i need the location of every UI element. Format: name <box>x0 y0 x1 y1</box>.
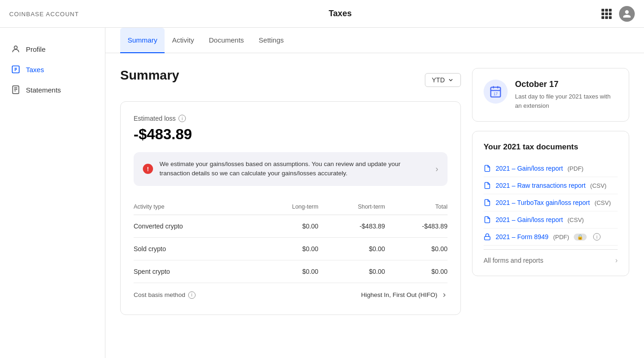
svg-point-0 <box>14 46 18 49</box>
content-area: Summary YTD Estimated loss i -$483.89 ! … <box>105 53 644 330</box>
tab-bar: Summary Activity Documents Settings <box>105 28 644 53</box>
doc-type-form-8949: (PDF) <box>553 234 569 241</box>
sidebar-item-taxes[interactable]: Taxes <box>0 59 105 80</box>
tab-activity[interactable]: Activity <box>165 28 202 53</box>
doc-file-icon <box>484 216 491 223</box>
taxes-icon <box>11 65 20 74</box>
table-cell-longTerm: $0.00 <box>254 237 318 260</box>
all-forms-row[interactable]: All forms and reports › <box>484 249 618 265</box>
calendar-icon: 17 <box>489 85 502 98</box>
alert-warning-icon: ! <box>143 164 153 174</box>
form-8949-badge: 🔒 <box>574 234 587 241</box>
activity-table: Activity type Long-term Short-term Total… <box>134 199 448 283</box>
table-cell-longTerm: $0.00 <box>254 215 318 237</box>
statements-icon <box>11 85 20 94</box>
cost-basis-info-icon[interactable]: i <box>188 291 196 299</box>
table-cell-shortTerm: $0.00 <box>319 237 385 260</box>
alert-text: We estimate your gains/losses based on a… <box>159 160 429 179</box>
table-cell-shortTerm: -$483.89 <box>319 215 385 237</box>
doc-type-gain-loss-csv: (CSV) <box>568 216 584 223</box>
doc-type-turbotax: (CSV) <box>595 199 611 206</box>
sidebar-item-profile[interactable]: Profile <box>0 39 105 59</box>
tab-documents[interactable]: Documents <box>202 28 251 53</box>
lock-icon <box>484 233 491 241</box>
col-header-shortterm: Short-term <box>319 199 385 215</box>
doc-file-icon <box>484 182 491 189</box>
top-nav: coinbase ACCOUNT Taxes <box>0 0 644 28</box>
main-layout: Profile Taxes Statements Summary Activit… <box>0 28 644 358</box>
table-row: Sold crypto$0.00$0.00$0.00 <box>134 237 448 260</box>
tab-settings[interactable]: Settings <box>251 28 291 53</box>
tab-summary[interactable]: Summary <box>120 28 165 53</box>
doc-item-gain-loss-pdf[interactable]: 2021 – Gain/loss report (PDF) <box>484 160 618 177</box>
svg-text:17: 17 <box>493 92 498 96</box>
calendar-icon-wrap: 17 <box>484 80 508 104</box>
sidebar: Profile Taxes Statements <box>0 28 105 358</box>
october-description: Last day to file your 2021 taxes with an… <box>515 92 618 110</box>
date-card-text: October 17 Last day to file your 2021 ta… <box>515 80 618 110</box>
all-forms-label: All forms and reports <box>484 257 543 264</box>
sidebar-item-statements[interactable]: Statements <box>0 80 105 100</box>
doc-link-gain-loss-pdf: 2021 – Gain/loss report <box>496 165 563 172</box>
cost-basis-row[interactable]: Cost basis method i Highest In, First Ou… <box>134 283 448 302</box>
doc-item-gain-loss-csv[interactable]: 2021 – Gain/loss report (CSV) <box>484 211 618 228</box>
brand-logo: coinbase ACCOUNT <box>9 10 79 18</box>
person-icon <box>11 44 20 54</box>
doc-item-raw-transactions[interactable]: 2021 – Raw transactions report (CSV) <box>484 177 618 194</box>
summary-card: Estimated loss i -$483.89 ! We estimate … <box>120 101 461 315</box>
all-forms-chevron-icon: › <box>615 256 618 265</box>
apps-grid-icon[interactable] <box>601 9 612 19</box>
sidebar-label-profile: Profile <box>26 45 46 53</box>
page-title: Summary <box>120 68 179 83</box>
user-avatar[interactable] <box>619 6 635 22</box>
ytd-label: YTD <box>432 76 445 84</box>
doc-link-raw-transactions: 2021 – Raw transactions report <box>496 182 586 189</box>
table-cell-total: -$483.89 <box>385 215 448 237</box>
table-row: Converted crypto$0.00-$483.89-$483.89 <box>134 215 448 237</box>
estimated-loss-value: -$483.89 <box>134 126 448 143</box>
cost-basis-chevron-icon <box>441 292 448 298</box>
table-cell-total: $0.00 <box>385 237 448 260</box>
table-cell-shortTerm: $0.00 <box>319 260 385 283</box>
date-info-card: 17 October 17 Last day to file your 2021… <box>472 68 629 122</box>
date-card-top: 17 October 17 Last day to file your 2021… <box>484 80 618 110</box>
doc-link-form-8949: 2021 – Form 8949 <box>496 233 548 241</box>
table-row: Spent crypto$0.00$0.00$0.00 <box>134 260 448 283</box>
table-cell-longTerm: $0.00 <box>254 260 318 283</box>
cost-basis-value: Highest In, First Out (HIFO) <box>361 291 448 298</box>
tax-docs-card: Your 2021 tax documents 2021 – Gain/loss… <box>472 131 629 276</box>
table-cell-type: Sold crypto <box>134 237 254 260</box>
estimated-loss-info-icon[interactable]: i <box>178 115 186 122</box>
svg-rect-5 <box>485 236 490 240</box>
doc-link-gain-loss-csv: 2021 – Gain/loss report <box>496 216 563 223</box>
form-8949-info-icon[interactable]: i <box>593 233 601 241</box>
doc-type-gain-loss-pdf: (PDF) <box>568 165 584 172</box>
estimated-loss-label: Estimated loss i <box>134 115 448 122</box>
cost-basis-label-group: Cost basis method i <box>134 291 196 299</box>
top-nav-actions <box>601 6 635 22</box>
alert-chevron-icon: › <box>435 164 438 174</box>
left-panel: Summary YTD Estimated loss i -$483.89 ! … <box>120 68 461 315</box>
doc-link-turbotax: 2021 – TurboTax gain/loss report <box>496 199 590 206</box>
col-header-longterm: Long-term <box>254 199 318 215</box>
doc-file-icon <box>484 165 491 172</box>
col-header-total: Total <box>385 199 448 215</box>
cost-basis-label: Cost basis method <box>134 291 185 298</box>
doc-item-turbotax[interactable]: 2021 – TurboTax gain/loss report (CSV) <box>484 194 618 211</box>
doc-item-form-8949[interactable]: 2021 – Form 8949 (PDF) 🔒 i <box>484 228 618 246</box>
ytd-selector-button[interactable]: YTD <box>425 73 461 87</box>
sidebar-label-statements: Statements <box>26 86 61 94</box>
col-header-activity: Activity type <box>134 199 254 215</box>
october-date: October 17 <box>515 80 618 89</box>
coinbase-brand: coinbase ACCOUNT <box>9 10 79 18</box>
table-cell-type: Converted crypto <box>134 215 254 237</box>
alert-box[interactable]: ! We estimate your gains/losses based on… <box>134 152 448 186</box>
sidebar-label-taxes: Taxes <box>26 66 44 74</box>
tax-docs-title: Your 2021 tax documents <box>484 142 618 152</box>
doc-type-raw-transactions: (CSV) <box>590 182 607 189</box>
table-cell-total: $0.00 <box>385 260 448 283</box>
right-panel: 17 October 17 Last day to file your 2021… <box>472 68 629 315</box>
table-cell-type: Spent crypto <box>134 260 254 283</box>
page-header-title: Taxes <box>329 9 352 19</box>
doc-file-icon <box>484 199 491 206</box>
